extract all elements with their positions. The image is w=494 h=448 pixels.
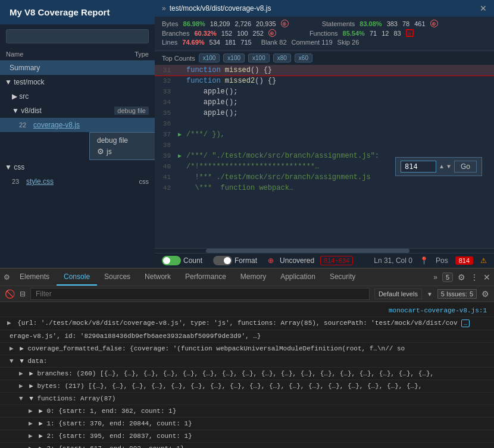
- source-link[interactable]: monocart-coverage-v8.js:1: [389, 307, 487, 314]
- sidebar-item-coverage-v8[interactable]: 22 coverage-v8.js: [0, 118, 155, 132]
- code-editor[interactable]: 31 function missed() {} 32 function miss…: [155, 65, 494, 248]
- code-line-34: 34 apple();: [155, 97, 494, 108]
- count-badge-4[interactable]: x60: [295, 54, 312, 62]
- line-marker-39: ▶: [176, 151, 184, 161]
- debug-tooltip-trigger[interactable]: debug file: [114, 106, 149, 115]
- sidebar-item-test-mock[interactable]: ▼ test/mock: [0, 75, 155, 89]
- expand-arrow-branches[interactable]: ▶: [19, 370, 23, 377]
- branches-icon: ⊕: [268, 29, 276, 37]
- sidebar-item-src[interactable]: ▶ src: [0, 89, 155, 104]
- clear-console-button[interactable]: 🚫: [5, 289, 15, 299]
- more-tabs-button[interactable]: »: [433, 273, 437, 281]
- console-coverage-formatted: ▶ ▶ coverage_formatted_false: {coverage:…: [0, 343, 494, 355]
- levels-select[interactable]: Default levels: [374, 289, 422, 299]
- sidebar-row-23: 23: [12, 178, 24, 185]
- position-info: Ln 31, Col 0 📍 Pos 814 ⚠: [374, 256, 487, 265]
- line-marker-34: [176, 97, 184, 108]
- goto-stepper-down[interactable]: ▼: [447, 164, 451, 170]
- functions-icon: ⊕: [406, 29, 414, 37]
- debug-type-label: js: [107, 148, 112, 156]
- console-f3: ▶ ▶ 3: {start: 617, end: 892, count: 1}: [0, 443, 494, 448]
- count-badge-2[interactable]: x100: [248, 54, 270, 62]
- close-panel-button[interactable]: ✕: [480, 4, 487, 13]
- statements-pct: 83.08%: [359, 20, 382, 27]
- line-marker-32: [176, 76, 184, 86]
- h-scrollbar[interactable]: [155, 248, 494, 253]
- uncovered-label: Uncovered: [280, 256, 314, 265]
- line-content-37: /***/ }),: [184, 129, 494, 140]
- expand-arrow-f3[interactable]: ▶: [29, 445, 33, 448]
- console-content: monocart-coverage-v8.js:1 ▶ {url: './tes…: [0, 302, 494, 448]
- expand-arrow-obj[interactable]: ▶: [7, 319, 11, 327]
- line-marker-42: [176, 183, 184, 193]
- tab-console[interactable]: Console: [57, 269, 97, 286]
- count-toggle-switch[interactable]: [162, 256, 181, 265]
- tab-sources[interactable]: Sources: [97, 269, 137, 286]
- expand-arrow-cf[interactable]: ▶: [10, 345, 14, 352]
- count-toggle[interactable]: Count: [162, 256, 202, 265]
- sidebar-title: My V8 Coverage Report: [0, 0, 155, 24]
- expand-arrow-f0[interactable]: ▶: [29, 408, 33, 415]
- expand-arrow-f1[interactable]: ▶: [29, 420, 33, 427]
- name-column-header: Name: [6, 51, 119, 58]
- format-toggle-switch[interactable]: [213, 256, 232, 265]
- console-f2: ▶ ▶ 2: {start: 395, end: 20837, count: 1…: [0, 430, 494, 443]
- bytes-content: ▶ bytes: (217) [{…}, {…}, {…}, {…}, {…},…: [29, 383, 422, 390]
- code-line-38: 38: [155, 140, 494, 151]
- count-badge-0[interactable]: x100: [199, 54, 220, 62]
- tab-memory[interactable]: Memory: [233, 269, 273, 286]
- sidebar-item-summary[interactable]: Summary: [0, 61, 155, 75]
- top-counts-bar: Top Counts x100 x100 x100 x80 x60: [155, 51, 494, 65]
- expand-arrow-data[interactable]: ▼: [10, 358, 14, 365]
- goto-input[interactable]: [401, 161, 436, 173]
- expand-arrow-f2[interactable]: ▶: [29, 433, 33, 440]
- bottom-toolbar: Count Format ⊕ Uncovered 814~834 Ln 31, …: [155, 253, 494, 268]
- console-erage-line: erage-v8.js', id: '8290a188436db9efb6aee…: [0, 330, 494, 343]
- tab-performance[interactable]: Performance: [178, 269, 233, 286]
- format-toggle[interactable]: Format: [213, 256, 257, 265]
- line-marker-33: [176, 86, 184, 97]
- expand-arrow-bytes[interactable]: ▶: [19, 383, 23, 390]
- collapse-button[interactable]: ⊟: [20, 290, 26, 298]
- lines-num1: 534: [210, 39, 220, 46]
- console-settings-icon[interactable]: ⚙: [482, 289, 489, 299]
- close-devtools-button[interactable]: ✕: [483, 272, 490, 282]
- count-badge-1[interactable]: x100: [223, 54, 245, 62]
- sidebar-item-style-css[interactable]: 23 style.css css: [0, 174, 155, 189]
- sidebar-item-style-css-label[interactable]: style.css: [24, 177, 125, 186]
- goto-stepper-up[interactable]: ▲: [440, 164, 443, 170]
- settings-icon[interactable]: ⚙: [458, 272, 465, 282]
- console-filter-input[interactable]: [30, 288, 370, 300]
- line-num-33: 33: [155, 86, 176, 97]
- console-erage-content: erage-v8.js', id: '8290a188436db9efb6aee…: [10, 333, 261, 340]
- line-num-36: 36: [155, 118, 176, 129]
- vertical-dots-icon[interactable]: ⋮: [470, 272, 479, 282]
- functions-pct: 85.54%: [343, 30, 365, 37]
- sidebar-item-test-mock-label: ▼ test/mock: [5, 78, 149, 86]
- line-num-40: 40: [155, 161, 176, 172]
- tab-network[interactable]: Network: [137, 269, 178, 286]
- code-line-35: 35 apple();: [155, 108, 494, 118]
- line-content-33: apple();: [184, 86, 494, 97]
- tab-elements[interactable]: Elements: [12, 269, 57, 286]
- chevron-down-icon: ▼: [427, 291, 433, 297]
- sidebar-item-coverage-v8-label[interactable]: coverage-v8.js: [31, 121, 149, 129]
- devtools-tabs-bar: ⚙ Elements Console Sources Network Perfo…: [0, 269, 494, 286]
- branches-num2: 100: [237, 30, 248, 37]
- sidebar-item-css[interactable]: ▼ css: [0, 160, 155, 174]
- goto-button[interactable]: Go: [454, 161, 477, 173]
- console-branches: ▶ ▶ branches: (260) [{…}, {…}, {…}, {…},…: [0, 368, 494, 380]
- console-link-line: monocart-coverage-v8.js:1: [0, 305, 494, 317]
- statements-num1: 383: [387, 20, 398, 27]
- line-marker-40: [176, 161, 184, 172]
- count-badge-3[interactable]: x80: [273, 54, 291, 62]
- sidebar-item-v8-dist[interactable]: ▼ v8/dist debug file: [0, 104, 155, 118]
- tab-application[interactable]: Application: [273, 269, 323, 286]
- tab-security[interactable]: Security: [323, 269, 362, 286]
- data-content: ▼ data:: [20, 358, 47, 365]
- lines-pct: 74.69%: [182, 39, 204, 46]
- expand-arrow-functions[interactable]: ▼: [19, 395, 23, 402]
- count-toggle-label: Count: [183, 256, 202, 265]
- search-input[interactable]: [6, 29, 149, 43]
- f1-content: ▶ 1: {start: 370, end: 20844, count: 1}: [39, 420, 192, 427]
